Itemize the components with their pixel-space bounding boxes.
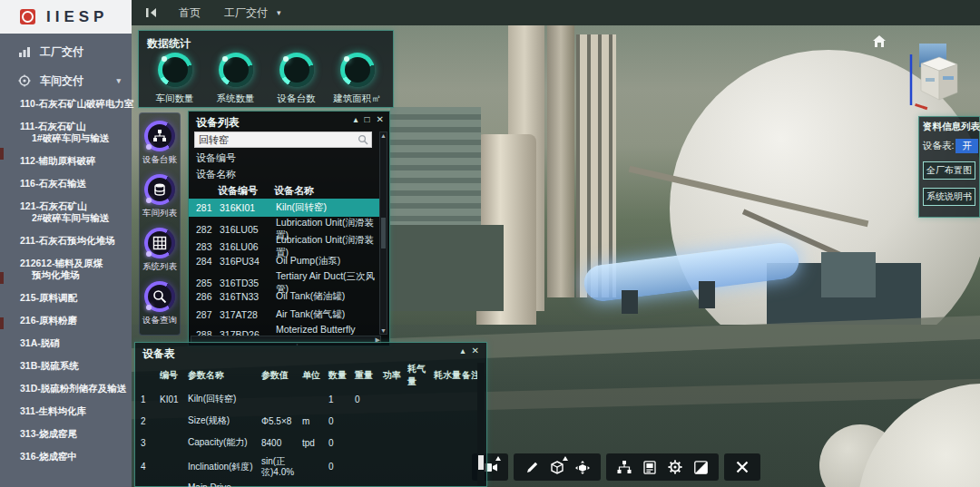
rail-device-search[interactable]: 设备查询: [142, 281, 177, 326]
gauge-ring: [279, 53, 314, 87]
scroll-up-icon[interactable]: ▲: [380, 132, 387, 139]
logo-icon: [20, 9, 35, 24]
device-list-header: 设备编号 设备名称: [189, 184, 381, 198]
close-icon[interactable]: ✕: [377, 114, 384, 124]
stats-panel-title: 数据统计: [147, 36, 191, 52]
param-row[interactable]: 1KI01 Kiln(回转窑) 1 0: [141, 388, 476, 410]
sidebar-item[interactable]: 31D-脱硫粉剂储存及输送: [20, 383, 132, 394]
image-icon[interactable]: [688, 457, 713, 477]
info-panel-title: 资料信息列表: [923, 121, 979, 133]
sidebar-item[interactable]: 313-烧成窑尾: [20, 428, 132, 440]
gauge-system-count: 系统数量: [205, 53, 266, 105]
tool-rail: 设备台账 车间列表 系统列表 设备查询: [139, 112, 181, 336]
sidebar-item[interactable]: 121-石灰石矿山2#破碎车间与输送: [20, 200, 132, 224]
sidebar-item[interactable]: 110-石灰石矿山破碎电力室: [20, 98, 132, 110]
hierarchy-icon[interactable]: [612, 457, 637, 477]
chevron-down-icon: ▾: [116, 76, 121, 85]
system-manual-button[interactable]: 系统说明书: [923, 188, 975, 206]
search-icon: [152, 289, 167, 304]
device-row[interactable]: 285316TD35Tertiary Air Duct(三次风管): [189, 270, 381, 288]
collapse-icon[interactable]: ▴: [354, 114, 358, 124]
device-table-toggle[interactable]: 开: [956, 139, 978, 153]
param-row[interactable]: 3 Capacity(能力)8400 tpd0: [141, 432, 476, 453]
chevron-down-icon: ▾: [277, 8, 281, 17]
logo-text: IIESP: [46, 8, 108, 26]
viewer-card-icon[interactable]: [637, 457, 662, 477]
device-table-panel: 设备表 ▴ ✕ 编号 参数名称 参数值 单位 数量 重量 功率 耗气量 耗水量 …: [134, 342, 487, 487]
info-panel: 资料信息列表 设备表: 开 全厂布置图 系统说明书: [918, 116, 980, 218]
cube-extent-icon[interactable]: [570, 457, 595, 477]
device-row[interactable]: 283316LU06Lubrication Unit(润滑装置): [189, 234, 381, 252]
sidebar-item[interactable]: 112-辅助原料破碎: [20, 155, 132, 167]
plant-layout-button[interactable]: 全厂布置图: [923, 161, 975, 180]
sidebar-item[interactable]: 211-石灰石预均化堆场: [20, 235, 132, 247]
search-icon[interactable]: [358, 134, 368, 145]
sidebar-item[interactable]: 215-原料调配: [20, 292, 132, 304]
scroll-thumb[interactable]: [478, 455, 484, 470]
gauge-device-count: 设备台数: [266, 53, 327, 105]
col-device-code: 设备编号: [218, 184, 274, 198]
sidebar-item[interactable]: 212612-辅料及原煤预均化堆场: [20, 258, 132, 281]
sidebar-item[interactable]: 31B-脱硫系统: [20, 360, 132, 372]
logo-strip: IIESP: [0, 0, 132, 34]
device-row[interactable]: 284316PU34Oil Pump(油泵): [189, 252, 381, 270]
gauge-building-area: 建筑面积㎡: [327, 53, 387, 105]
device-table-title[interactable]: 设备表: [142, 346, 175, 362]
edge-marker: [0, 148, 4, 160]
sidebar-item-list: 110-石灰石矿山破碎电力室 111-石灰石矿山1#破碎车间与输送 112-辅助…: [0, 98, 132, 473]
device-search-box: [194, 131, 372, 148]
edge-marker: [0, 272, 4, 284]
vertical-scrollbar[interactable]: [477, 363, 485, 486]
col-device-name: 设备名称: [274, 184, 381, 198]
pencil-icon[interactable]: [519, 457, 544, 477]
device-row[interactable]: 287317AT28Air Tank(储气罐): [189, 306, 381, 324]
close-icon[interactable]: [730, 457, 755, 477]
sidebar-item[interactable]: 111-石灰石矿山1#破碎车间与输送: [20, 121, 132, 144]
sidebar-item[interactable]: 116-石灰石输送: [20, 178, 132, 190]
view-cube[interactable]: [903, 53, 966, 112]
scene-kiln-support: [622, 290, 638, 314]
gear-icon[interactable]: [662, 457, 688, 477]
edge-marker: [0, 317, 4, 329]
sidebar-item[interactable]: 316-烧成窑中: [20, 451, 132, 463]
sidebar-group-workshop[interactable]: 车间交付 ▾: [0, 67, 132, 94]
device-list-title[interactable]: 设备列表: [196, 115, 240, 131]
menu-fold-icon[interactable]: [146, 7, 159, 18]
param-row[interactable]: 5 Main Drive Rotation Speed(主传动转速)0.495~…: [141, 480, 476, 487]
sidebar-item[interactable]: 31A-脱硝: [20, 337, 132, 349]
gear-icon: [18, 74, 31, 87]
scroll-thumb[interactable]: [381, 218, 386, 248]
device-search-input[interactable]: [195, 134, 358, 145]
sidebar-item[interactable]: 311-生料均化库: [20, 405, 132, 417]
filter-device-name[interactable]: 设备名称: [196, 166, 236, 182]
gauge-row: 车间数量 系统数量 设备台数 建筑面积㎡: [144, 53, 389, 105]
collapse-icon[interactable]: ▴: [461, 346, 466, 356]
rail-device-ledger[interactable]: 设备台账: [142, 121, 177, 166]
scene-kiln-support: [699, 281, 715, 308]
param-row[interactable]: 2 Size(规格)Φ5.5×8 m0: [141, 410, 476, 432]
device-list-panel: 设备列表 ▴ □ ✕ 设备编号 设备名称 设备编号 设备名称 281316KI0…: [188, 111, 390, 346]
nav-home[interactable]: 首页: [179, 5, 201, 21]
device-row[interactable]: 282316LU05Lubrication Unit(润滑装置): [189, 217, 381, 235]
device-row[interactable]: 281316KI01Kiln(回转窑): [189, 199, 381, 217]
sidebar: IIESP 工厂交付 车间交付 ▾ 110-石灰石矿山破碎电力室 111-石灰石…: [0, 0, 132, 487]
rail-system-list[interactable]: 系统列表: [142, 228, 177, 273]
nav-factory-delivery[interactable]: 工厂交付: [224, 5, 268, 21]
close-icon[interactable]: ✕: [472, 346, 479, 356]
scene-building: [821, 252, 876, 297]
home-icon[interactable]: [872, 34, 887, 48]
sidebar-group-factory[interactable]: 工厂交付: [0, 38, 132, 65]
scene-building: [390, 107, 481, 225]
maximize-icon[interactable]: □: [365, 114, 370, 124]
param-row[interactable]: 4 Inclination(斜度)sin(正弦)4.0% 0: [141, 453, 476, 480]
scene-building: [390, 225, 504, 311]
sidebar-item[interactable]: 216-原料粉磨: [20, 315, 132, 326]
scroll-down-icon[interactable]: ▼: [380, 327, 387, 334]
filter-device-code[interactable]: 设备编号: [196, 150, 236, 166]
cube-select-icon[interactable]: [544, 457, 570, 477]
rail-workshop-list[interactable]: 车间列表: [142, 174, 177, 219]
device-row[interactable]: 286316TN33Oil Tank(储油罐): [189, 287, 381, 306]
vertical-scrollbar[interactable]: ▲ ▼: [379, 131, 387, 335]
gauge-ring: [219, 53, 253, 87]
top-bar: 首页 工厂交付 ▾: [132, 0, 980, 25]
